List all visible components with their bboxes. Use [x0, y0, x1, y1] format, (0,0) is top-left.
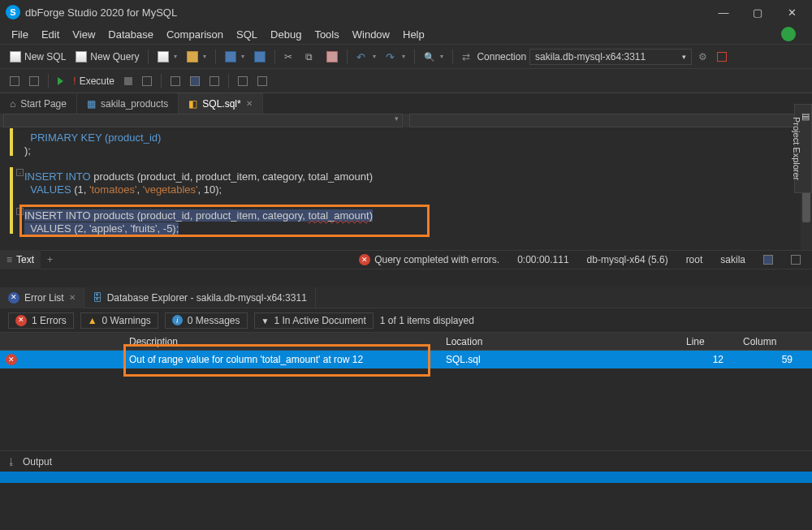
- redo-button[interactable]: ▾: [382, 48, 408, 66]
- stop-button[interactable]: [121, 72, 136, 90]
- menu-file[interactable]: File: [5, 27, 35, 42]
- menu-bar: File Edit View Database Comparison SQL D…: [0, 24, 812, 44]
- editor-add-tab[interactable]: +: [41, 254, 59, 265]
- tool-b[interactable]: [187, 72, 203, 90]
- toolbar-exec: !Execute: [0, 68, 812, 93]
- output-tab[interactable]: Output: [23, 456, 52, 468]
- menu-sql[interactable]: SQL: [230, 27, 264, 42]
- menu-edit[interactable]: Edit: [35, 27, 66, 42]
- cut-button[interactable]: [281, 48, 299, 66]
- query-status: ✕Query completed with errors.: [354, 254, 504, 265]
- maximize-button[interactable]: [741, 2, 775, 23]
- search-button[interactable]: ▾: [421, 48, 447, 66]
- panel-error-list[interactable]: ✕Error List✕: [0, 287, 84, 308]
- execute-button[interactable]: !Execute: [70, 72, 118, 90]
- layout-button-2[interactable]: [791, 255, 801, 265]
- menu-tools[interactable]: Tools: [308, 27, 345, 42]
- project-explorer-tab[interactable]: ▤ Project Explorer: [794, 104, 812, 193]
- exec-opt1[interactable]: [139, 72, 155, 90]
- tool-d[interactable]: [235, 72, 251, 90]
- menu-help[interactable]: Help: [396, 27, 431, 42]
- filter-active-document[interactable]: 1 In Active Document: [254, 312, 374, 329]
- run-button[interactable]: [54, 72, 67, 90]
- connection-selector[interactable]: sakila.db-mysql-x64:3311▾: [529, 49, 692, 65]
- connection-settings-button[interactable]: ⚙: [695, 48, 710, 66]
- filter-errors[interactable]: ✕1 Errors: [8, 312, 74, 329]
- copy-button[interactable]: [302, 48, 320, 66]
- new-query-button[interactable]: New Query: [72, 48, 142, 66]
- tool-a[interactable]: [167, 72, 184, 90]
- new-sql-button[interactable]: New SQL: [6, 48, 69, 66]
- filter-warnings[interactable]: ▲0 Warnings: [80, 312, 158, 329]
- error-icon: ✕: [359, 254, 370, 265]
- fold-icon[interactable]: -: [16, 169, 24, 176]
- app-title: dbForge Studio 2020 for MySQL: [25, 6, 706, 19]
- error-icon: ✕: [8, 292, 19, 304]
- bottom-status-strip: [0, 472, 812, 483]
- close-button[interactable]: [775, 2, 809, 23]
- editor-tab-text[interactable]: ≡Text: [0, 250, 41, 269]
- status-db: sakila: [715, 254, 750, 265]
- status-user: root: [681, 254, 708, 265]
- error-icon: ✕: [6, 354, 17, 365]
- toolbar-main: New SQL New Query ▾ ▾ ▾ ▾ ▾ ▾ ⇄ Connecti…: [0, 44, 812, 68]
- exec-tool2[interactable]: [26, 72, 42, 90]
- elapsed-time: 0:00:00.111: [512, 254, 573, 265]
- filter-count: 1 of 1 items displayed: [380, 315, 474, 326]
- editor-member-selector[interactable]: ▾: [409, 114, 809, 127]
- editor-object-selector[interactable]: ▾: [3, 114, 403, 127]
- warning-icon: ▲: [88, 315, 97, 326]
- undo-button[interactable]: ▾: [353, 48, 379, 66]
- filter-messages[interactable]: i0 Messages: [165, 312, 248, 329]
- close-icon[interactable]: ✕: [246, 99, 253, 108]
- paste-button[interactable]: [323, 48, 341, 66]
- error-row[interactable]: ✕ Out of range value for column 'total_a…: [0, 351, 812, 368]
- connection-close-button[interactable]: [714, 48, 730, 66]
- layout-button[interactable]: [763, 255, 773, 265]
- exec-tool1[interactable]: [6, 72, 23, 90]
- close-icon[interactable]: ✕: [69, 293, 76, 302]
- menu-view[interactable]: View: [66, 27, 102, 42]
- status-connection: db-mysql-x64 (5.6): [582, 254, 673, 265]
- tool-e[interactable]: [254, 72, 270, 90]
- funnel-icon: [261, 315, 270, 326]
- sql-editor[interactable]: - - PRIMARY KEY (product_id) ); INSERT I…: [0, 128, 812, 250]
- menu-comparison[interactable]: Comparison: [160, 27, 230, 42]
- panel-db-explorer[interactable]: 🗄Database Explorer - sakila.db-mysql-x64…: [84, 287, 316, 308]
- tab-sakila-products[interactable]: ▦sakila_products: [77, 93, 179, 114]
- tab-start-page[interactable]: ⌂Start Page: [0, 93, 77, 114]
- save-button[interactable]: ▾: [222, 48, 248, 66]
- fold-icon[interactable]: -: [16, 208, 24, 215]
- save-all-button[interactable]: [251, 48, 269, 66]
- menu-debug[interactable]: Debug: [264, 27, 308, 42]
- output-icon: [6, 456, 18, 468]
- open-button[interactable]: ▾: [184, 48, 209, 66]
- connection-label: Connection: [477, 51, 526, 62]
- status-orb-icon[interactable]: [781, 27, 796, 41]
- error-icon: ✕: [15, 315, 27, 326]
- minimize-button[interactable]: [706, 2, 741, 23]
- info-icon: i: [172, 315, 183, 325]
- menu-database[interactable]: Database: [102, 27, 160, 42]
- new-item-dropdown[interactable]: ▾: [154, 48, 180, 66]
- app-icon: S: [6, 5, 20, 19]
- document-tabs: ⌂Start Page ▦sakila_products ◧SQL.sql*✕: [0, 93, 812, 114]
- connection-icon[interactable]: ⇄: [459, 48, 473, 66]
- tab-sql[interactable]: ◧SQL.sql*✕: [179, 93, 262, 114]
- menu-window[interactable]: Window: [346, 27, 396, 42]
- error-grid-header: Description Location Line Column: [0, 333, 812, 351]
- tool-c[interactable]: [206, 72, 222, 90]
